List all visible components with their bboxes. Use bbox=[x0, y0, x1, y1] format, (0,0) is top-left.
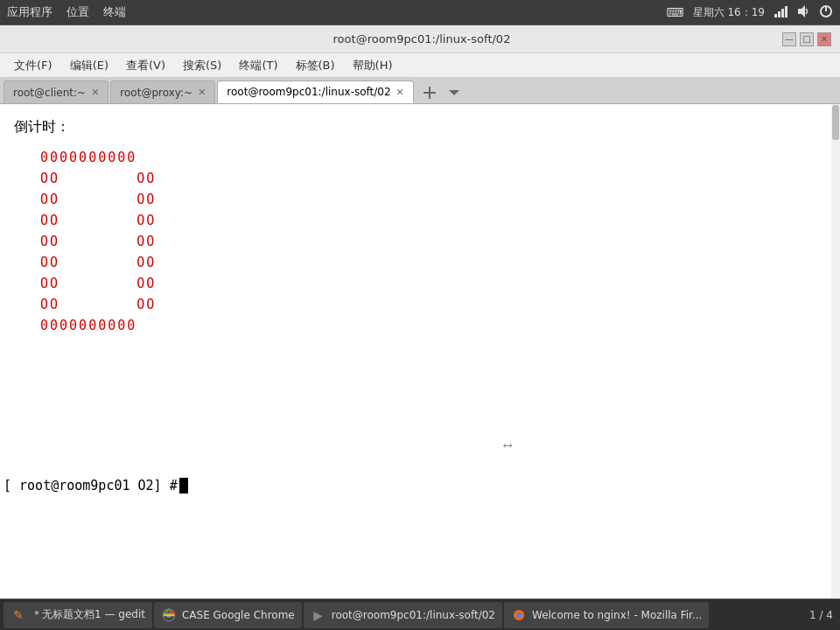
maximize-button[interactable]: □ bbox=[800, 32, 814, 46]
prompt-text: [ root@room9pc01 O2] # bbox=[4, 478, 178, 494]
location-menu[interactable]: 位置 bbox=[66, 4, 89, 20]
art-line-8: 0000000000 bbox=[40, 315, 826, 336]
svg-point-13 bbox=[516, 612, 522, 618]
tab-actions bbox=[419, 82, 465, 103]
app-menu[interactable]: 应用程序 bbox=[7, 4, 52, 20]
tab-client-label: root@client:~ bbox=[13, 87, 86, 99]
terminal-prompt[interactable]: [ root@room9pc01 O2] # bbox=[0, 478, 188, 494]
art-line-1: OO OO bbox=[40, 168, 826, 189]
firefox-icon bbox=[511, 607, 527, 623]
tab-dropdown-button[interactable] bbox=[444, 82, 465, 103]
scrollbar-thumb[interactable] bbox=[832, 105, 839, 140]
tab-client[interactable]: root@client:~ ✕ bbox=[4, 80, 108, 103]
window-controls: — □ ✕ bbox=[782, 32, 831, 46]
system-time: 星期六 16：19 bbox=[693, 5, 765, 20]
power-icon bbox=[819, 4, 833, 21]
page-indicator-text: 1 / 4 bbox=[809, 609, 833, 621]
terminal-sys-menu[interactable]: 终端 bbox=[103, 4, 126, 20]
taskbar-terminal-label: root@room9pc01:/linux-soft/02 bbox=[332, 609, 495, 621]
svg-rect-0 bbox=[774, 14, 777, 18]
svg-marker-9 bbox=[449, 90, 459, 95]
system-bar-right: ⌨ 星期六 16：19 bbox=[666, 4, 833, 21]
countdown-label: 倒计时： bbox=[14, 118, 826, 136]
svg-marker-4 bbox=[798, 5, 805, 18]
chrome-icon bbox=[161, 607, 177, 623]
svg-rect-1 bbox=[778, 11, 780, 18]
art-line-4: OO OO bbox=[40, 231, 826, 252]
taskbar-firefox-label: Welcome to nginx! - Mozilla Fir... bbox=[532, 609, 702, 621]
keyboard-icon: ⌨ bbox=[666, 5, 683, 19]
taskbar-chrome-label: CASE Google Chrome bbox=[182, 609, 295, 621]
menu-file[interactable]: 文件(F) bbox=[7, 56, 60, 75]
art-line-5: OO OO bbox=[40, 252, 826, 273]
art-line-6: OO OO bbox=[40, 273, 826, 294]
tab-room9pc01-label: root@room9pc01:/linux-soft/02 bbox=[227, 86, 390, 98]
terminal-icon: ▶ bbox=[311, 607, 326, 623]
art-line-2: OO OO bbox=[40, 189, 826, 210]
taskbar: ✎ ＊无标题文档1 — gedit CASE Google Chrome ▶ r… bbox=[0, 598, 840, 630]
tab-proxy-label: root@proxy:~ bbox=[120, 87, 192, 99]
terminal-window: root@room9pc01:/linux-soft/02 — □ ✕ 文件(F… bbox=[0, 24, 840, 598]
terminal-cursor bbox=[179, 478, 188, 494]
tab-room9pc01[interactable]: root@room9pc01:/linux-soft/02 ✕ bbox=[217, 80, 413, 103]
new-tab-button[interactable] bbox=[419, 82, 440, 103]
menu-search[interactable]: 搜索(S) bbox=[176, 56, 228, 75]
tab-proxy-close[interactable]: ✕ bbox=[198, 87, 206, 98]
title-bar: root@room9pc01:/linux-soft/02 — □ ✕ bbox=[0, 25, 840, 53]
taskbar-firefox[interactable]: Welcome to nginx! - Mozilla Fir... bbox=[504, 602, 709, 628]
svg-rect-3 bbox=[785, 6, 788, 18]
taskbar-chrome[interactable]: CASE Google Chrome bbox=[154, 602, 302, 628]
close-button[interactable]: ✕ bbox=[817, 32, 831, 46]
resize-cursor: ⟷ bbox=[504, 438, 511, 452]
menu-terminal[interactable]: 终端(T) bbox=[232, 56, 284, 75]
menu-bar: 文件(F) 编辑(E) 查看(V) 搜索(S) 终端(T) 标签(B) 帮助(H… bbox=[0, 53, 840, 78]
sound-icon bbox=[796, 4, 810, 21]
tab-client-close[interactable]: ✕ bbox=[91, 87, 99, 98]
art-line-0: 0000000000 bbox=[40, 147, 826, 168]
gedit-icon: ✎ bbox=[10, 607, 26, 623]
taskbar-gedit[interactable]: ✎ ＊无标题文档1 — gedit bbox=[4, 602, 152, 628]
scrollbar[interactable] bbox=[831, 104, 840, 598]
minimize-button[interactable]: — bbox=[782, 32, 796, 46]
svg-rect-8 bbox=[429, 87, 430, 99]
art-line-7: OO OO bbox=[40, 294, 826, 315]
art-line-3: OO OO bbox=[40, 210, 826, 231]
window-title: root@room9pc01:/linux-soft/02 bbox=[61, 32, 782, 46]
menu-edit[interactable]: 编辑(E) bbox=[63, 56, 116, 75]
page-indicator: 1 / 4 bbox=[809, 609, 836, 621]
menu-tags[interactable]: 标签(B) bbox=[289, 56, 342, 75]
terminal-content[interactable]: 倒计时： 0000000000 OO OO OO OO OO OO OO OO … bbox=[0, 104, 840, 598]
tab-proxy[interactable]: root@proxy:~ ✕ bbox=[110, 80, 215, 103]
system-bar: 应用程序 位置 终端 ⌨ 星期六 16：19 bbox=[0, 0, 840, 24]
network-icon bbox=[774, 4, 788, 21]
taskbar-terminal[interactable]: ▶ root@room9pc01:/linux-soft/02 bbox=[304, 602, 502, 628]
system-bar-left: 应用程序 位置 终端 bbox=[7, 4, 126, 20]
tab-room9pc01-close[interactable]: ✕ bbox=[396, 87, 404, 98]
tab-bar: root@client:~ ✕ root@proxy:~ ✕ root@room… bbox=[0, 78, 840, 104]
menu-view[interactable]: 查看(V) bbox=[119, 56, 172, 75]
countdown-art: 0000000000 OO OO OO OO OO OO OO OO OO OO… bbox=[40, 147, 826, 336]
svg-rect-2 bbox=[781, 9, 784, 18]
menu-help[interactable]: 帮助(H) bbox=[346, 56, 400, 75]
taskbar-gedit-label: ＊无标题文档1 — gedit bbox=[32, 607, 145, 622]
